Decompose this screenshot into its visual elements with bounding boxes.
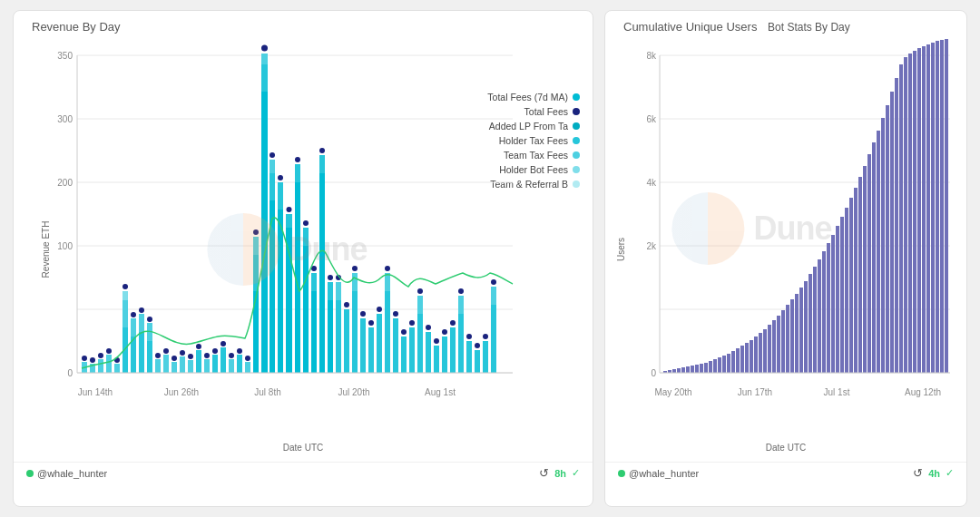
svg-rect-219 xyxy=(936,41,939,373)
left-y-axis-label: Revenue ETH xyxy=(41,221,51,278)
svg-point-132 xyxy=(458,288,464,294)
svg-rect-28 xyxy=(122,291,128,300)
svg-rect-108 xyxy=(377,314,382,373)
svg-rect-167 xyxy=(700,364,703,373)
svg-rect-218 xyxy=(931,43,935,373)
svg-point-40 xyxy=(155,353,161,358)
svg-rect-137 xyxy=(483,341,488,373)
svg-point-42 xyxy=(163,348,169,354)
svg-text:May 20th: May 20th xyxy=(654,387,691,397)
svg-rect-187 xyxy=(790,299,794,373)
svg-point-127 xyxy=(442,329,447,335)
svg-rect-185 xyxy=(781,310,785,373)
svg-text:8k: 8k xyxy=(646,51,657,61)
svg-point-60 xyxy=(237,348,242,354)
svg-rect-113 xyxy=(393,318,398,373)
svg-rect-102 xyxy=(352,273,358,291)
svg-rect-172 xyxy=(722,356,726,373)
svg-text:Jul 8th: Jul 8th xyxy=(254,387,280,397)
svg-rect-179 xyxy=(754,337,758,373)
svg-rect-188 xyxy=(795,294,799,373)
svg-point-35 xyxy=(139,307,144,313)
svg-point-114 xyxy=(393,311,398,317)
svg-rect-101 xyxy=(352,291,358,373)
svg-rect-115 xyxy=(401,337,407,373)
svg-rect-22 xyxy=(106,355,112,373)
svg-rect-73 xyxy=(270,160,275,173)
svg-rect-82 xyxy=(295,164,300,182)
svg-rect-68 xyxy=(261,64,268,92)
svg-rect-183 xyxy=(772,320,776,373)
svg-rect-190 xyxy=(804,281,808,373)
svg-text:Jul 1st: Jul 1st xyxy=(824,387,850,397)
left-time-badge: 8h xyxy=(554,468,566,479)
svg-point-141 xyxy=(491,279,496,285)
svg-rect-196 xyxy=(831,235,835,373)
svg-point-109 xyxy=(377,307,382,312)
svg-rect-65 xyxy=(253,237,259,255)
svg-rect-189 xyxy=(799,288,803,373)
svg-rect-72 xyxy=(270,173,275,200)
svg-rect-164 xyxy=(686,366,690,373)
svg-rect-36 xyxy=(147,341,152,373)
svg-rect-139 xyxy=(491,305,496,373)
svg-rect-180 xyxy=(759,333,762,373)
refresh-icon[interactable]: ↺ xyxy=(539,466,549,480)
svg-text:Jun 17th: Jun 17th xyxy=(738,387,772,397)
svg-point-77 xyxy=(278,175,283,180)
svg-rect-135 xyxy=(475,350,480,373)
svg-rect-61 xyxy=(245,362,250,373)
svg-point-118 xyxy=(409,320,415,326)
left-chart-area: Revenue ETH Dune Total Fees (7d MA) Tota… xyxy=(14,37,593,462)
svg-rect-217 xyxy=(926,44,930,373)
svg-rect-211 xyxy=(899,64,903,373)
left-chart-card: Revenue By Day Revenue ETH Dune Total Fe… xyxy=(13,10,593,507)
svg-rect-166 xyxy=(695,365,699,373)
svg-point-70 xyxy=(261,45,268,52)
svg-rect-94 xyxy=(328,282,333,300)
svg-rect-161 xyxy=(672,369,676,373)
svg-point-92 xyxy=(319,148,325,153)
svg-point-56 xyxy=(220,341,226,346)
svg-point-21 xyxy=(98,353,103,358)
svg-rect-47 xyxy=(188,360,193,373)
svg-rect-117 xyxy=(409,327,415,373)
svg-rect-99 xyxy=(344,309,349,373)
svg-rect-220 xyxy=(940,40,944,373)
left-footer-user: @whale_hunter xyxy=(26,468,107,479)
right-refresh-icon[interactable]: ↺ xyxy=(913,466,923,480)
svg-point-29 xyxy=(122,284,128,289)
left-chart-title-text: Revenue By Day xyxy=(32,20,121,34)
check-icon: ✓ xyxy=(572,467,580,479)
svg-rect-174 xyxy=(731,351,735,373)
svg-text:100: 100 xyxy=(57,241,73,251)
svg-rect-178 xyxy=(750,340,753,373)
right-footer-user: @whale_hunter xyxy=(618,468,699,479)
svg-rect-31 xyxy=(131,318,136,337)
right-x-axis-label: Date UTC xyxy=(605,441,966,456)
svg-rect-162 xyxy=(677,368,681,373)
svg-point-80 xyxy=(287,207,292,212)
right-check-icon: ✓ xyxy=(946,467,954,479)
left-chart-title: Revenue By Day xyxy=(14,11,593,37)
svg-rect-126 xyxy=(442,337,447,373)
right-chart-svg: 8k 6k 4k 2k 0 May 20th Jun 17th Jul 1st … xyxy=(623,37,967,445)
svg-rect-210 xyxy=(895,78,898,373)
svg-rect-186 xyxy=(786,305,789,373)
bar-group xyxy=(82,45,496,374)
svg-rect-199 xyxy=(845,208,848,373)
svg-text:Aug 1st: Aug 1st xyxy=(425,387,456,397)
svg-rect-20 xyxy=(98,359,103,373)
svg-rect-201 xyxy=(854,188,858,373)
svg-point-23 xyxy=(106,348,112,354)
svg-rect-197 xyxy=(836,226,839,373)
svg-point-112 xyxy=(385,266,390,271)
user-dot xyxy=(26,470,34,477)
svg-rect-59 xyxy=(237,355,242,373)
svg-rect-169 xyxy=(709,361,712,373)
svg-rect-140 xyxy=(491,287,496,305)
svg-rect-106 xyxy=(368,327,374,373)
svg-rect-192 xyxy=(813,267,817,373)
right-chart-title-text: Cumulative Unique Users xyxy=(623,20,757,34)
svg-rect-24 xyxy=(114,364,120,373)
